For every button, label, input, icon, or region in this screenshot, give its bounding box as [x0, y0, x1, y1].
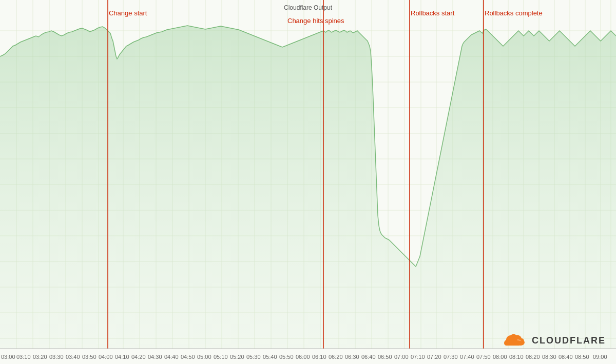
x-label-0730: 07:30 [444, 354, 458, 360]
x-label-0640: 06:40 [361, 354, 376, 360]
cloudflare-text: CLOUDFLARE [532, 335, 606, 346]
x-label-0450: 04:50 [181, 354, 195, 360]
change-start-label: Change start [109, 9, 147, 17]
x-label-0340: 03:40 [66, 354, 80, 360]
x-label-0810: 08:10 [509, 354, 524, 360]
cloudflare-logo: CLOUDFLARE [503, 332, 606, 349]
x-label-0410: 04:10 [115, 354, 129, 360]
rollbacks-complete-label: Rollbacks complete [485, 9, 543, 17]
svg-point-58 [508, 340, 515, 345]
x-label-0850: 08:50 [575, 354, 589, 360]
x-label-0740: 07:40 [460, 354, 474, 360]
x-label-0600: 06:00 [296, 354, 310, 360]
change-hits-spines-label: Change hits spines [287, 17, 344, 25]
x-label-0430: 04:30 [148, 354, 162, 360]
x-label-0610: 06:10 [312, 354, 326, 360]
x-label-0630: 06:30 [345, 354, 359, 360]
x-label-0820: 08:20 [526, 354, 540, 360]
cloudflare-icon [503, 332, 528, 349]
chart-svg [0, 0, 616, 364]
x-label-0320: 03:20 [33, 354, 47, 360]
x-label-0500: 05:00 [197, 354, 211, 360]
x-label-0540: 05:40 [263, 354, 277, 360]
x-label-0800: 08:00 [493, 354, 507, 360]
x-label-0350: 03:50 [82, 354, 97, 360]
x-label-0400: 04:00 [99, 354, 113, 360]
x-label-0720: 07:20 [427, 354, 441, 360]
x-label-0310: 03:10 [16, 354, 31, 360]
x-label-0750: 07:50 [476, 354, 491, 360]
x-label-0330: 03:30 [49, 354, 64, 360]
rollbacks-start-label: Rollbacks start [411, 9, 454, 17]
x-label-0700: 07:00 [394, 354, 409, 360]
x-label-0620: 06:20 [329, 354, 343, 360]
x-label-0830: 08:30 [542, 354, 556, 360]
x-label-0530: 05:30 [246, 354, 261, 360]
x-label-0840: 08:40 [559, 354, 573, 360]
x-label-0420: 04:20 [131, 354, 146, 360]
x-label-0440: 04:40 [164, 354, 179, 360]
x-label-0550: 05:50 [279, 354, 294, 360]
x-label-0650: 06:50 [378, 354, 392, 360]
chart-title: Cloudflare Output [284, 4, 332, 11]
x-label-0510: 05:10 [214, 354, 228, 360]
chart-container: Cloudflare Output Change start Change hi… [0, 0, 616, 364]
x-label-0300: 03:00 [1, 354, 15, 360]
x-label-0520: 05:20 [230, 354, 244, 360]
x-label-0710: 07:10 [411, 354, 425, 360]
x-label-0900: 09:00 [593, 354, 607, 360]
